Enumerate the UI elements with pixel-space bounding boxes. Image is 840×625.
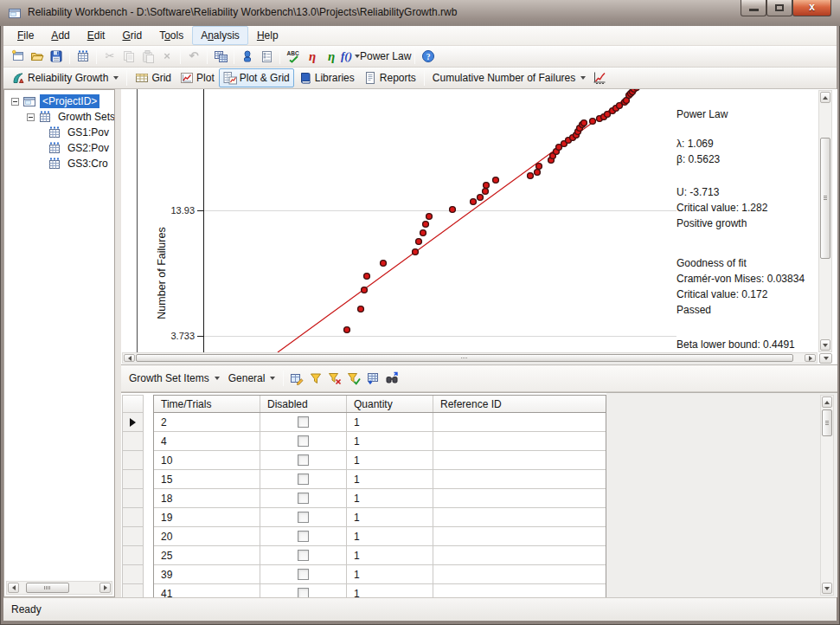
find-button[interactable] bbox=[382, 370, 401, 387]
disabled-checkbox[interactable] bbox=[298, 569, 309, 580]
cut-button[interactable]: ✂ bbox=[100, 48, 119, 65]
tree-item-project[interactable]: <ProjectID> bbox=[4, 93, 114, 109]
disabled-checkbox[interactable] bbox=[298, 454, 309, 466]
row-selector[interactable] bbox=[122, 413, 144, 432]
measure-dropdown[interactable]: Cumulative Number of Failures bbox=[428, 69, 590, 87]
collapse-icon[interactable] bbox=[11, 98, 19, 106]
scroll-thumb[interactable] bbox=[822, 409, 832, 436]
apply-filter-button[interactable] bbox=[344, 370, 363, 387]
cell-quantity[interactable]: 1 bbox=[347, 413, 433, 431]
panel-splitter[interactable] bbox=[115, 89, 121, 597]
grid-insert-button[interactable] bbox=[363, 370, 382, 387]
cell-time-trials[interactable]: 19 bbox=[154, 508, 260, 526]
notes-button[interactable] bbox=[257, 48, 276, 65]
disabled-checkbox[interactable] bbox=[298, 493, 309, 504]
function-list-button[interactable]: f() bbox=[341, 48, 360, 65]
cell-quantity[interactable]: 1 bbox=[347, 432, 433, 450]
row-selector[interactable] bbox=[122, 432, 144, 451]
column-header-time[interactable]: Time/Trials bbox=[154, 396, 260, 412]
scroll-right-button[interactable] bbox=[805, 354, 816, 362]
eta-red-button[interactable]: η bbox=[303, 48, 322, 65]
scroll-thumb[interactable] bbox=[136, 354, 793, 362]
cell-time-trials[interactable]: 39 bbox=[154, 565, 260, 583]
plot-vscrollbar[interactable] bbox=[818, 90, 832, 352]
minimize-button[interactable] bbox=[741, 0, 766, 16]
validate-button[interactable] bbox=[238, 48, 257, 65]
cell-quantity[interactable]: 1 bbox=[347, 546, 433, 564]
row-selector[interactable] bbox=[122, 527, 144, 546]
save-button[interactable] bbox=[47, 48, 66, 65]
menu-edit[interactable]: Edit bbox=[79, 26, 114, 45]
cell-reference-id[interactable] bbox=[433, 470, 606, 488]
libraries-button[interactable]: Libraries bbox=[294, 68, 359, 87]
delete-button[interactable]: × bbox=[157, 48, 176, 65]
growth-set-button[interactable] bbox=[74, 48, 93, 65]
scope-dropdown[interactable]: Reliability Growth bbox=[7, 68, 123, 87]
grid-vscrollbar[interactable] bbox=[820, 395, 834, 596]
plot-hscrollbar[interactable] bbox=[122, 352, 818, 364]
cell-time-trials[interactable]: 15 bbox=[154, 470, 260, 488]
cell-quantity[interactable]: 1 bbox=[347, 470, 433, 488]
cell-time-trials[interactable]: 18 bbox=[154, 489, 260, 507]
cell-time-trials[interactable]: 2 bbox=[154, 413, 260, 431]
row-selector[interactable] bbox=[122, 565, 144, 584]
row-selector[interactable] bbox=[122, 451, 144, 470]
cell-quantity[interactable]: 1 bbox=[347, 584, 433, 597]
open-button[interactable] bbox=[28, 48, 47, 65]
scroll-right-button[interactable] bbox=[99, 583, 111, 593]
maximize-button[interactable] bbox=[766, 0, 792, 16]
cell-time-trials[interactable]: 4 bbox=[154, 432, 260, 450]
scroll-up-button[interactable] bbox=[820, 92, 830, 103]
grid-items-dropdown[interactable]: Growth Set Items bbox=[125, 370, 224, 387]
row-selector[interactable] bbox=[122, 489, 144, 508]
tree-hscrollbar[interactable] bbox=[6, 581, 112, 595]
tree-item-gs2[interactable]: GS2:Pov bbox=[4, 140, 114, 156]
close-button[interactable]: x bbox=[792, 0, 831, 16]
scroll-left-button[interactable] bbox=[8, 583, 19, 593]
disabled-checkbox[interactable] bbox=[298, 435, 309, 447]
edit-columns-button[interactable] bbox=[287, 370, 306, 387]
copy-grid-button[interactable] bbox=[211, 48, 230, 65]
cell-time-trials[interactable]: 25 bbox=[154, 546, 260, 564]
undo-button[interactable]: ↶ bbox=[184, 48, 203, 65]
cell-reference-id[interactable] bbox=[433, 527, 606, 545]
paste-button[interactable] bbox=[138, 48, 157, 65]
scroll-left-button[interactable] bbox=[124, 354, 135, 362]
tree-item-gs1[interactable]: GS1:Pov bbox=[4, 125, 114, 140]
row-selector[interactable] bbox=[122, 508, 144, 527]
grid-view-dropdown[interactable]: General bbox=[224, 370, 280, 387]
plot-grid-view-button[interactable]: Plot & Grid bbox=[219, 68, 294, 87]
menu-analysis[interactable]: Analysis bbox=[192, 26, 248, 45]
menu-help[interactable]: Help bbox=[248, 26, 287, 45]
help-button[interactable]: ? bbox=[419, 48, 438, 65]
cell-time-trials[interactable]: 41 bbox=[154, 584, 260, 597]
disabled-checkbox[interactable] bbox=[298, 512, 309, 523]
plot-view-button[interactable]: Plot bbox=[176, 68, 219, 87]
menu-grid[interactable]: Grid bbox=[113, 26, 151, 45]
cell-reference-id[interactable] bbox=[433, 565, 606, 583]
cell-reference-id[interactable] bbox=[433, 413, 606, 431]
collapse-icon[interactable] bbox=[27, 113, 35, 121]
column-header-quantity[interactable]: Quantity bbox=[347, 396, 433, 412]
disabled-checkbox[interactable] bbox=[298, 550, 309, 561]
cell-quantity[interactable]: 1 bbox=[347, 489, 433, 507]
cell-quantity[interactable]: 1 bbox=[347, 527, 433, 545]
row-selector[interactable] bbox=[122, 546, 144, 565]
menu-add[interactable]: Add bbox=[42, 26, 78, 45]
grid-view-button[interactable]: Grid bbox=[131, 68, 176, 87]
cell-reference-id[interactable] bbox=[433, 451, 606, 469]
failures-plot-button[interactable] bbox=[590, 69, 609, 87]
row-selector[interactable] bbox=[122, 470, 144, 489]
reports-button[interactable]: Reports bbox=[359, 68, 420, 87]
cell-reference-id[interactable] bbox=[433, 432, 606, 450]
disabled-checkbox[interactable] bbox=[298, 416, 309, 428]
cell-quantity[interactable]: 1 bbox=[347, 565, 433, 583]
scroll-up-button[interactable] bbox=[822, 396, 832, 408]
cell-time-trials[interactable]: 20 bbox=[154, 527, 260, 545]
clear-filter-button[interactable] bbox=[325, 370, 344, 387]
title-bar[interactable]: Reliability Workbench - D:\Software\Reli… bbox=[0, 0, 840, 26]
tree-item-gs3[interactable]: GS3:Cro bbox=[4, 156, 114, 171]
cell-reference-id[interactable] bbox=[433, 508, 606, 526]
cell-reference-id[interactable] bbox=[433, 489, 606, 507]
scroll-down-button[interactable] bbox=[820, 339, 830, 351]
